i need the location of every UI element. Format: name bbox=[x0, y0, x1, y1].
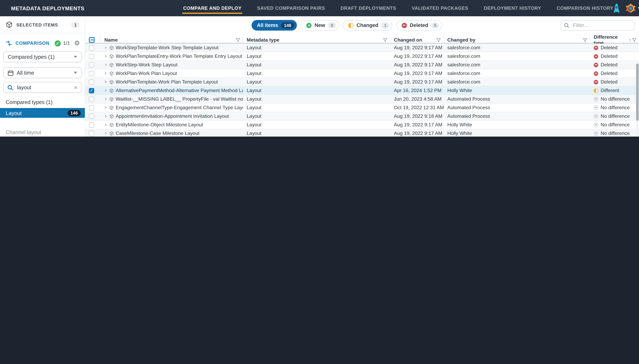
expand-chevron-icon[interactable]: › bbox=[105, 130, 106, 136]
table-filter[interactable] bbox=[560, 20, 634, 30]
row-difference-type: Different bbox=[590, 86, 639, 94]
row-name: WorkPlanTemplate-Work Plan Template Layo… bbox=[116, 79, 218, 85]
row-checkbox[interactable] bbox=[89, 45, 94, 50]
row-changed-on: Aug 19, 2022 9:17 AM bbox=[390, 121, 444, 129]
row-checkbox[interactable] bbox=[89, 122, 94, 128]
sidebar-search[interactable]: × bbox=[3, 82, 82, 93]
no-difference-icon bbox=[594, 97, 598, 101]
expand-chevron-icon[interactable]: › bbox=[105, 70, 106, 76]
table-row[interactable]: ›CaseMilestone-Case Milestone Layout Lay… bbox=[85, 129, 639, 136]
account-menu[interactable] bbox=[626, 3, 639, 13]
table-row[interactable]: ›WorkPlanTemplateEntry-Work Plan Templat… bbox=[85, 52, 639, 61]
settings-gear-icon[interactable]: ⚙ bbox=[74, 40, 80, 46]
gearset-logo-icon bbox=[626, 3, 636, 13]
table-row[interactable]: ›WorkPlan-Work Plan Layout Layout Aug 19… bbox=[85, 69, 639, 78]
row-checkbox[interactable] bbox=[89, 71, 94, 76]
row-metadata-type: Layout bbox=[243, 52, 390, 60]
filter-funnel-icon[interactable] bbox=[236, 38, 240, 42]
row-difference-type: Deleted bbox=[590, 52, 639, 60]
type-list: Channel layoutCustom objectCompact Layou… bbox=[0, 128, 85, 136]
changed-half-icon bbox=[348, 23, 354, 28]
table-row[interactable]: ›WorkStep-Work Step Layout Layout Aug 19… bbox=[85, 61, 639, 69]
row-checkbox[interactable] bbox=[89, 96, 94, 102]
deleted-icon bbox=[594, 71, 598, 76]
expand-chevron-icon[interactable]: › bbox=[105, 62, 106, 67]
time-range-dropdown[interactable]: All time bbox=[3, 67, 82, 78]
table-row[interactable]: ›Waitlist-__MISSING LABEL__ PropertyFile… bbox=[85, 95, 639, 104]
compared-types-dropdown[interactable]: Compared types (1) bbox=[3, 52, 82, 62]
row-changed-by: salesforce.com bbox=[444, 69, 590, 78]
nav-tab-draft-deployments[interactable]: DRAFT DEPLOYMENTS bbox=[340, 6, 396, 10]
nav-tab-compare-and-deploy[interactable]: COMPARE AND DEPLOY bbox=[183, 6, 242, 10]
pill-label: Changed bbox=[356, 22, 378, 28]
row-metadata-type: Layout bbox=[243, 121, 390, 129]
row-checkbox[interactable] bbox=[89, 130, 94, 136]
row-changed-by: salesforce.com bbox=[444, 61, 590, 69]
sidebar-item-layout[interactable]: Layout 146 bbox=[0, 108, 85, 118]
row-metadata-type: Layout bbox=[243, 104, 390, 112]
search-icon bbox=[7, 84, 13, 90]
row-difference-type: No difference bbox=[590, 121, 639, 129]
filter-funnel-icon[interactable] bbox=[583, 38, 587, 42]
table-row[interactable]: ›WorkPlanTemplate-Work Plan Template Lay… bbox=[85, 78, 639, 86]
table-scrollbar[interactable] bbox=[636, 63, 638, 136]
navbar-right bbox=[614, 2, 639, 14]
header-checkbox[interactable] bbox=[89, 37, 94, 43]
row-checkbox[interactable] bbox=[89, 105, 94, 110]
row-checkbox[interactable] bbox=[89, 114, 94, 119]
row-checkbox[interactable] bbox=[89, 88, 94, 93]
expand-chevron-icon[interactable]: › bbox=[105, 113, 106, 118]
expand-chevron-icon[interactable]: › bbox=[105, 78, 106, 84]
table-row[interactable]: ›EntityMilestone-Object Milestone Layout… bbox=[85, 121, 639, 129]
expand-chevron-icon[interactable]: › bbox=[105, 96, 106, 102]
filter-funnel-icon[interactable] bbox=[383, 38, 388, 42]
row-changed-by: Holly White bbox=[444, 121, 590, 129]
row-checkbox[interactable] bbox=[89, 54, 94, 59]
search-icon bbox=[564, 23, 569, 28]
row-changed-by: Automated Process bbox=[444, 95, 590, 103]
filter-pill-deleted[interactable]: Deleted 5 bbox=[396, 20, 442, 30]
sidebar-selected-items[interactable]: SELECTED ITEMS 1 bbox=[0, 16, 85, 34]
table-row[interactable]: ›AlternativePaymentMethod-Alternative Pa… bbox=[85, 86, 639, 95]
metadata-cube-icon bbox=[109, 46, 114, 50]
row-difference-type: Deleted bbox=[590, 44, 639, 52]
nav-tab-deployment-history[interactable]: DEPLOYMENT HISTORY bbox=[484, 6, 541, 10]
nav-tab-comparison-history[interactable]: COMPARISON HISTORY bbox=[557, 6, 614, 10]
table-row[interactable]: ›AppointmentInvitation-Appointment Invit… bbox=[85, 112, 639, 121]
sidebar: SELECTED ITEMS 1 COMPARISON ✓ 1/1 ⚙ Comp… bbox=[0, 16, 85, 136]
filter-pill-changed[interactable]: Changed 1 bbox=[343, 20, 392, 30]
no-difference-icon bbox=[594, 106, 598, 110]
comparison-label: COMPARISON bbox=[16, 41, 50, 46]
row-checkbox[interactable] bbox=[89, 79, 94, 84]
sidebar-item-channel-layout[interactable]: Channel layout bbox=[0, 128, 85, 136]
metadata-cube-icon bbox=[109, 97, 114, 101]
filter-pill-all-items[interactable]: All items 146 bbox=[252, 20, 297, 30]
table-row[interactable]: ›EngagementChannelType-Engagement Channe… bbox=[85, 104, 639, 112]
nav-tab-saved-comparison-pairs[interactable]: SAVED COMPARISON PAIRS bbox=[257, 6, 325, 10]
expand-chevron-icon[interactable]: › bbox=[105, 44, 106, 50]
row-difference-type: Deleted bbox=[590, 78, 639, 86]
row-changed-on: Aug 19, 2022 9:17 AM bbox=[390, 78, 444, 86]
sidebar-search-input[interactable] bbox=[16, 84, 65, 91]
table-filter-input[interactable] bbox=[572, 22, 629, 28]
selected-items-label: SELECTED ITEMS bbox=[16, 22, 58, 27]
filter-funnel-icon[interactable] bbox=[632, 38, 636, 42]
expand-chevron-icon[interactable]: › bbox=[105, 87, 106, 93]
row-metadata-type: Layout bbox=[243, 78, 390, 86]
expand-chevron-icon[interactable]: › bbox=[105, 122, 106, 127]
row-changed-by: Holly White bbox=[444, 129, 590, 136]
row-checkbox[interactable] bbox=[89, 62, 94, 68]
rocket-icon[interactable] bbox=[614, 2, 620, 14]
expand-chevron-icon[interactable]: › bbox=[105, 104, 106, 110]
expand-chevron-icon[interactable]: › bbox=[105, 53, 106, 58]
nav-tab-validated-packages[interactable]: VALIDATED PACKAGES bbox=[412, 6, 468, 10]
row-changed-on: Aug 19, 2022 9:18 AM bbox=[390, 112, 444, 120]
clear-search-icon[interactable]: × bbox=[74, 84, 78, 90]
row-difference-type: Deleted bbox=[590, 61, 639, 69]
row-difference-type: No difference bbox=[590, 129, 639, 136]
calendar-icon bbox=[8, 70, 14, 76]
filter-pill-bar: All items 146 +New 0 Changed 1 Deleted 5 bbox=[85, 16, 639, 34]
table-row[interactable]: ›WorkStepTemplate-Work Step Template Lay… bbox=[85, 44, 639, 52]
filter-pill-new[interactable]: +New 0 bbox=[301, 20, 339, 30]
filter-funnel-icon[interactable] bbox=[436, 38, 441, 42]
